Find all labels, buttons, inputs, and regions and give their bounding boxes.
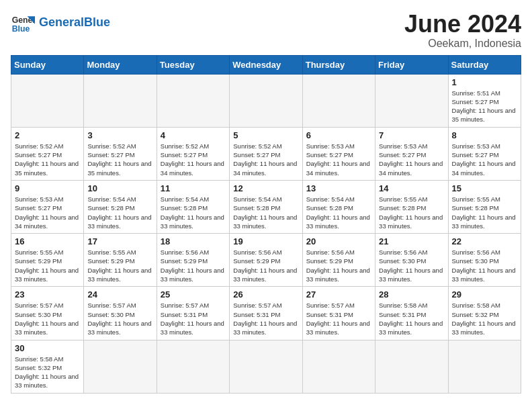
table-row: 11 Sunrise: 5:54 AMSunset: 5:28 PMDaylig… bbox=[157, 180, 229, 233]
day-info: Sunrise: 5:51 AMSunset: 5:27 PMDaylight:… bbox=[452, 89, 517, 124]
table-row: 18 Sunrise: 5:56 AMSunset: 5:29 PMDaylig… bbox=[157, 234, 229, 287]
table-row: 17 Sunrise: 5:55 AMSunset: 5:29 PMDaylig… bbox=[84, 234, 157, 287]
table-row: 3 Sunrise: 5:52 AMSunset: 5:27 PMDayligh… bbox=[84, 127, 157, 180]
header-wednesday: Wednesday bbox=[230, 55, 302, 74]
day-info: Sunrise: 5:58 AMSunset: 5:32 PMDaylight:… bbox=[15, 355, 80, 390]
table-row: 26 Sunrise: 5:57 AMSunset: 5:31 PMDaylig… bbox=[230, 287, 302, 340]
table-row: 24 Sunrise: 5:57 AMSunset: 5:30 PMDaylig… bbox=[84, 287, 157, 340]
day-info: Sunrise: 5:53 AMSunset: 5:27 PMDaylight:… bbox=[379, 142, 444, 177]
table-row: 12 Sunrise: 5:54 AMSunset: 5:28 PMDaylig… bbox=[230, 180, 302, 233]
day-info: Sunrise: 5:56 AMSunset: 5:29 PMDaylight:… bbox=[161, 248, 226, 283]
table-row: 29 Sunrise: 5:58 AMSunset: 5:32 PMDaylig… bbox=[448, 287, 521, 340]
day-number: 9 bbox=[15, 183, 80, 193]
empty-cell bbox=[302, 340, 375, 393]
empty-cell bbox=[157, 74, 229, 127]
table-row: 1 Sunrise: 5:51 AMSunset: 5:27 PMDayligh… bbox=[448, 74, 521, 127]
day-number: 10 bbox=[87, 183, 152, 193]
day-number: 17 bbox=[87, 236, 152, 246]
day-number: 24 bbox=[87, 289, 152, 300]
day-number: 22 bbox=[452, 236, 517, 246]
day-number: 6 bbox=[306, 130, 371, 140]
day-info: Sunrise: 5:54 AMSunset: 5:28 PMDaylight:… bbox=[233, 195, 298, 230]
day-number: 23 bbox=[15, 289, 80, 300]
day-info: Sunrise: 5:52 AMSunset: 5:27 PMDaylight:… bbox=[233, 142, 298, 177]
day-number: 27 bbox=[306, 289, 371, 300]
day-number: 29 bbox=[452, 289, 517, 300]
calendar-row: 30 Sunrise: 5:58 AMSunset: 5:32 PMDaylig… bbox=[11, 340, 521, 393]
table-row: 16 Sunrise: 5:55 AMSunset: 5:29 PMDaylig… bbox=[11, 234, 84, 287]
header-monday: Monday bbox=[84, 55, 157, 74]
logo-general: General bbox=[39, 15, 84, 29]
day-number: 20 bbox=[306, 236, 371, 246]
table-row: 7 Sunrise: 5:53 AMSunset: 5:27 PMDayligh… bbox=[375, 127, 448, 180]
calendar-location: Oeekam, Indonesia bbox=[404, 38, 521, 50]
day-number: 19 bbox=[233, 236, 298, 246]
table-row: 21 Sunrise: 5:56 AMSunset: 5:30 PMDaylig… bbox=[375, 234, 448, 287]
day-number: 16 bbox=[15, 236, 80, 246]
table-row: 13 Sunrise: 5:54 AMSunset: 5:28 PMDaylig… bbox=[302, 180, 375, 233]
table-row: 23 Sunrise: 5:57 AMSunset: 5:30 PMDaylig… bbox=[11, 287, 84, 340]
table-row: 8 Sunrise: 5:53 AMSunset: 5:27 PMDayligh… bbox=[448, 127, 521, 180]
table-row: 5 Sunrise: 5:52 AMSunset: 5:27 PMDayligh… bbox=[230, 127, 302, 180]
day-info: Sunrise: 5:55 AMSunset: 5:28 PMDaylight:… bbox=[379, 195, 444, 230]
table-row: 27 Sunrise: 5:57 AMSunset: 5:31 PMDaylig… bbox=[302, 287, 375, 340]
table-row: 2 Sunrise: 5:52 AMSunset: 5:27 PMDayligh… bbox=[11, 127, 84, 180]
empty-cell bbox=[230, 74, 302, 127]
day-info: Sunrise: 5:53 AMSunset: 5:27 PMDaylight:… bbox=[306, 142, 371, 177]
header-friday: Friday bbox=[375, 55, 448, 74]
table-row: 30 Sunrise: 5:58 AMSunset: 5:32 PMDaylig… bbox=[11, 340, 84, 393]
title-area: June 2024 Oeekam, Indonesia bbox=[404, 11, 521, 50]
table-row: 6 Sunrise: 5:53 AMSunset: 5:27 PMDayligh… bbox=[302, 127, 375, 180]
day-number: 11 bbox=[161, 183, 226, 193]
day-number: 18 bbox=[161, 236, 226, 246]
calendar-title: June 2024 bbox=[404, 11, 521, 38]
day-info: Sunrise: 5:58 AMSunset: 5:31 PMDaylight:… bbox=[379, 301, 444, 336]
day-info: Sunrise: 5:57 AMSunset: 5:30 PMDaylight:… bbox=[15, 301, 80, 336]
day-info: Sunrise: 5:55 AMSunset: 5:29 PMDaylight:… bbox=[87, 248, 152, 283]
day-info: Sunrise: 5:57 AMSunset: 5:30 PMDaylight:… bbox=[87, 301, 152, 336]
empty-cell bbox=[375, 74, 448, 127]
header-tuesday: Tuesday bbox=[157, 55, 229, 74]
empty-cell bbox=[448, 340, 521, 393]
day-info: Sunrise: 5:56 AMSunset: 5:29 PMDaylight:… bbox=[306, 248, 371, 283]
weekday-header-row: Sunday Monday Tuesday Wednesday Thursday… bbox=[11, 55, 521, 74]
logo-icon: General Blue bbox=[11, 11, 35, 35]
calendar-table: Sunday Monday Tuesday Wednesday Thursday… bbox=[11, 55, 521, 394]
day-info: Sunrise: 5:56 AMSunset: 5:30 PMDaylight:… bbox=[452, 248, 517, 283]
day-number: 13 bbox=[306, 183, 371, 193]
empty-cell bbox=[84, 340, 157, 393]
day-number: 7 bbox=[379, 130, 444, 140]
empty-cell bbox=[11, 74, 84, 127]
day-number: 26 bbox=[233, 289, 298, 300]
logo-blue: Blue bbox=[84, 15, 110, 29]
empty-cell bbox=[157, 340, 229, 393]
table-row: 28 Sunrise: 5:58 AMSunset: 5:31 PMDaylig… bbox=[375, 287, 448, 340]
day-number: 8 bbox=[452, 130, 517, 140]
day-number: 1 bbox=[452, 77, 517, 87]
day-info: Sunrise: 5:56 AMSunset: 5:30 PMDaylight:… bbox=[379, 248, 444, 283]
calendar-row: 1 Sunrise: 5:51 AMSunset: 5:27 PMDayligh… bbox=[11, 74, 521, 127]
day-info: Sunrise: 5:55 AMSunset: 5:28 PMDaylight:… bbox=[452, 195, 517, 230]
day-info: Sunrise: 5:56 AMSunset: 5:29 PMDaylight:… bbox=[233, 248, 298, 283]
day-info: Sunrise: 5:54 AMSunset: 5:28 PMDaylight:… bbox=[306, 195, 371, 230]
empty-cell bbox=[84, 74, 157, 127]
svg-text:Blue: Blue bbox=[12, 24, 30, 34]
calendar-row: 16 Sunrise: 5:55 AMSunset: 5:29 PMDaylig… bbox=[11, 234, 521, 287]
day-info: Sunrise: 5:52 AMSunset: 5:27 PMDaylight:… bbox=[87, 142, 152, 177]
table-row: 25 Sunrise: 5:57 AMSunset: 5:31 PMDaylig… bbox=[157, 287, 229, 340]
header-saturday: Saturday bbox=[448, 55, 521, 74]
empty-cell bbox=[375, 340, 448, 393]
calendar-row: 23 Sunrise: 5:57 AMSunset: 5:30 PMDaylig… bbox=[11, 287, 521, 340]
day-info: Sunrise: 5:54 AMSunset: 5:28 PMDaylight:… bbox=[87, 195, 152, 230]
table-row: 19 Sunrise: 5:56 AMSunset: 5:29 PMDaylig… bbox=[230, 234, 302, 287]
day-number: 5 bbox=[233, 130, 298, 140]
day-number: 3 bbox=[87, 130, 152, 140]
logo-wordmark: GeneralBlue bbox=[39, 16, 110, 30]
day-info: Sunrise: 5:57 AMSunset: 5:31 PMDaylight:… bbox=[161, 301, 226, 336]
table-row: 10 Sunrise: 5:54 AMSunset: 5:28 PMDaylig… bbox=[84, 180, 157, 233]
day-number: 25 bbox=[161, 289, 226, 300]
table-row: 22 Sunrise: 5:56 AMSunset: 5:30 PMDaylig… bbox=[448, 234, 521, 287]
day-info: Sunrise: 5:55 AMSunset: 5:29 PMDaylight:… bbox=[15, 248, 80, 283]
table-row: 4 Sunrise: 5:52 AMSunset: 5:27 PMDayligh… bbox=[157, 127, 229, 180]
day-info: Sunrise: 5:57 AMSunset: 5:31 PMDaylight:… bbox=[306, 301, 371, 336]
